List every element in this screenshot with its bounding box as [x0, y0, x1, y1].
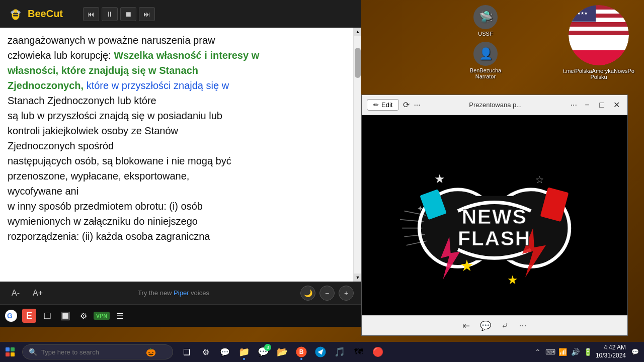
taskbar-brave[interactable]: B	[292, 343, 310, 361]
tray-keyboard[interactable]: ⌨	[545, 347, 555, 357]
media-window: ✏ Edit ⟳ ··· Prezentowana p... ··· − □ ✕	[361, 95, 628, 336]
scroll-down-arrow[interactable]: ▼	[354, 274, 361, 282]
taskbar-tray: ⌃ ⌨ 📶 🔊 🔋 4:42 AM 10/31/2024 💬	[533, 344, 644, 359]
ussf-label: USSF	[478, 31, 493, 37]
taskbar-file-explorer[interactable]: 📁	[235, 343, 253, 361]
scroll-up-arrow[interactable]: ▲	[354, 28, 361, 36]
media-icon-4[interactable]: ···	[519, 320, 526, 331]
beecut-window: BeeCut ⏮ ⏸ ⏹ ⏭ zaangażowanych w poważne …	[0, 0, 361, 327]
svg-text:★: ★	[508, 273, 519, 286]
font-increase-button[interactable]: A+	[29, 287, 47, 299]
svg-rect-33	[11, 352, 15, 356]
beecut-bee-icon	[8, 6, 24, 22]
beecut-titlebar: BeeCut ⏮ ⏸ ⏹ ⏭	[0, 0, 361, 28]
media-title-more[interactable]: ···	[571, 101, 577, 110]
media-icon-3[interactable]: ⤶	[501, 320, 509, 331]
plus-button[interactable]: +	[339, 286, 354, 301]
moon-button[interactable]: 🌙	[300, 286, 315, 301]
taskbar-app-red[interactable]: 🎵	[331, 343, 349, 361]
scrollbar-track[interactable]: ▲ ▼	[353, 28, 361, 282]
media-titlebar: ✏ Edit ⟳ ··· Prezentowana p... ··· − □ ✕	[362, 95, 627, 115]
text-line-4: Zjednoczonych, które w przyszłości znajd…	[8, 78, 346, 93]
text-line-7: kontroli jakiejkolwiek osoby ze Stanów	[8, 123, 346, 138]
svg-text:NEWS: NEWS	[462, 205, 527, 228]
taskbar-files[interactable]: 📂	[273, 343, 291, 361]
media-more-button[interactable]: ···	[414, 101, 420, 110]
media-icon-1[interactable]: ⇤	[462, 320, 470, 331]
maximize-button[interactable]: □	[596, 99, 608, 111]
bottom-controls: 🌙 − +	[300, 286, 354, 301]
tray-speaker[interactable]: 🔊	[571, 347, 581, 357]
taskview-icon[interactable]: ❑	[40, 309, 54, 323]
menu-icon[interactable]: ☰	[113, 309, 127, 323]
taskbar-taskview[interactable]: ❑	[178, 343, 196, 361]
text-reading-area: zaangażowanych w poważne naruszenia praw…	[0, 28, 361, 282]
font-decrease-button[interactable]: A-	[8, 287, 24, 299]
telegram-url: t.me/PolskaAmerykaNowsPo	[563, 68, 634, 74]
halloween-icon: 🎃	[146, 347, 156, 357]
edit-icon: ✏	[373, 101, 379, 109]
media-icon-2[interactable]: 💬	[480, 320, 491, 331]
start-button[interactable]	[0, 342, 20, 362]
vpn-icon-tb[interactable]: VPN	[95, 309, 109, 323]
clock-date: 10/31/2024	[596, 352, 626, 360]
close-button[interactable]: ✕	[610, 99, 622, 111]
taskbar-widget[interactable]: ⚙	[197, 343, 215, 361]
media-title: Prezentowana p...	[425, 101, 567, 109]
svg-text:✦: ✦	[417, 204, 424, 212]
tray-wifi[interactable]: 📶	[558, 347, 568, 357]
taskbar-telegram[interactable]	[311, 343, 330, 361]
text-line-13: wymienionych w załączniku do niniejszego	[8, 214, 346, 229]
google-icon[interactable]: G	[4, 309, 18, 323]
text-line-8: Zjednoczonych spośród	[8, 138, 346, 153]
beecut-bottom-bar: A- A+ Try the new Piper voices 🌙 − +	[0, 282, 361, 304]
svg-rect-30	[6, 347, 10, 351]
svg-text:B: B	[299, 348, 304, 355]
media-window-controls: − □ ✕	[581, 99, 622, 111]
svg-rect-3	[13, 15, 18, 17]
forward-button[interactable]: ⏭	[139, 7, 155, 21]
svg-rect-32	[6, 352, 10, 356]
rewind-button[interactable]: ⏮	[83, 7, 99, 21]
beecut-controls: ⏮ ⏸ ⏹ ⏭	[83, 7, 155, 21]
media-content: ★ ☆ ✦ ✦ ★ ★ NEWS FLASH	[362, 115, 627, 315]
taskbar-circle[interactable]: 🔴	[369, 343, 387, 361]
svg-text:G: G	[7, 312, 13, 320]
stop-button[interactable]: ⏹	[120, 7, 136, 21]
notification-icon[interactable]: 💬	[631, 348, 639, 356]
ussf-icon: 🛸	[473, 5, 498, 29]
svg-text:★: ★	[435, 172, 446, 186]
news-flash-logo: ★ ☆ ✦ ✦ ★ ★ NEWS FLASH	[362, 115, 627, 315]
scrollbar-thumb[interactable]	[355, 48, 361, 78]
taskbar-whatsapp[interactable]: 💬 3	[254, 343, 272, 361]
desktop-icon-ussf[interactable]: 🛸 USSF	[468, 5, 503, 37]
svg-text:FLASH: FLASH	[458, 227, 531, 250]
pause-button[interactable]: ⏸	[102, 7, 118, 21]
svg-text:★: ★	[460, 257, 474, 275]
text-line-10: przenoszone, wypłacane, eksportowane,	[8, 168, 346, 184]
minus-button[interactable]: −	[319, 286, 335, 301]
search-icon: 🔍	[29, 348, 37, 356]
taskbar-search-bar[interactable]: 🔍 🎃	[22, 344, 173, 359]
desktop-icon-narrator[interactable]: 👤 BenBezucha Narrator	[468, 42, 503, 79]
extension-icon[interactable]: E	[22, 309, 36, 323]
desktop-icons: 🛸 USSF 👤 BenBezucha Narrator	[468, 5, 503, 79]
search-input[interactable]	[41, 348, 142, 356]
media-bottom-bar: ⇤ 💬 ⤶ ···	[362, 315, 627, 335]
minimize-button[interactable]: −	[581, 99, 593, 111]
text-line-6: są lub w przyszłości znajdą się w posiad…	[8, 108, 346, 123]
tray-arrow-up[interactable]: ⌃	[533, 347, 543, 357]
media-options-button[interactable]: ⟳	[403, 100, 410, 110]
taskbar-maps[interactable]: 🗺	[350, 343, 368, 361]
edit-button[interactable]: ✏ Edit	[367, 99, 399, 111]
text-line-3: własności, które znajdują się w Stanach	[8, 63, 346, 78]
piper-link[interactable]: Piper	[174, 289, 189, 297]
taskbar-chat[interactable]: 💬	[216, 343, 234, 361]
apps-icon-1[interactable]: 🔲	[58, 309, 72, 323]
text-line-12: w inny sposób przedmiotem obrotu: (i) os…	[8, 199, 346, 214]
highlight-blue-1: które w przyszłości znajdą się w	[87, 80, 229, 91]
text-line-11: wycofywane ani	[8, 184, 346, 199]
tray-battery[interactable]: 🔋	[583, 347, 593, 357]
apps-icon-2[interactable]: ⚙	[76, 309, 91, 323]
flag-icon: ★★★	[569, 5, 629, 65]
